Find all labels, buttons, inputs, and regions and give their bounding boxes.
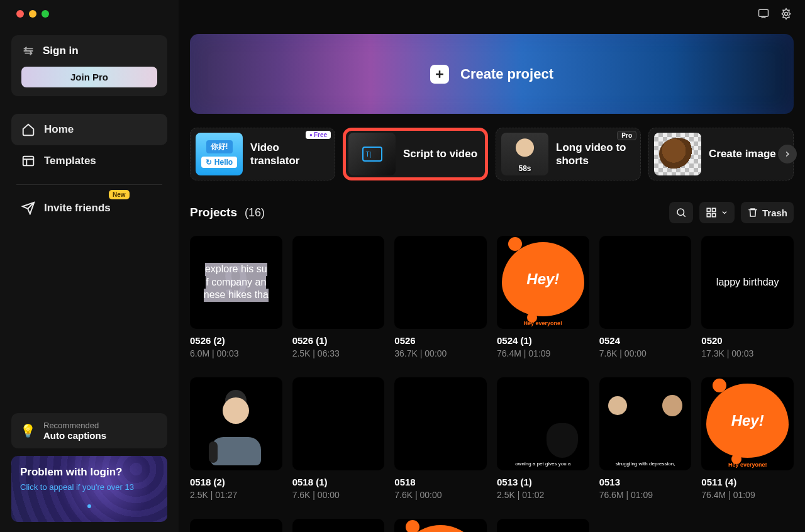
main-content: Create project 你好! Hello Video translato… xyxy=(179,0,805,532)
project-card[interactable]: 052636.7K | 00:00 xyxy=(394,236,487,358)
recommended-title: Auto captions xyxy=(43,430,106,441)
create-project-label: Create project xyxy=(460,66,553,82)
projects-title: Projects xyxy=(190,206,237,219)
project-meta: 2.5K | 06:33 xyxy=(292,348,385,358)
login-card-subtitle: Click to appeal if you're over 13 xyxy=(20,482,158,493)
svg-rect-0 xyxy=(23,157,34,166)
search-button[interactable] xyxy=(669,202,693,223)
sidebar-nav: Home Templates Invite friends New xyxy=(11,114,167,224)
new-badge: New xyxy=(109,190,130,199)
project-name: 0518 xyxy=(394,477,487,487)
close-window-icon[interactable] xyxy=(16,10,24,18)
project-card[interactable]: 0526 (1)2.5K | 06:33 xyxy=(292,236,385,358)
project-card[interactable] xyxy=(497,519,589,532)
project-card[interactable]: Hey!Hey everyone!0524 (1)76.4M | 01:09 xyxy=(497,236,589,358)
projects-tools: Trash xyxy=(669,202,794,223)
project-thumbnail: struggling with depression, xyxy=(599,377,692,470)
project-thumbnail xyxy=(292,236,385,329)
project-meta: 76.4M | 01:09 xyxy=(701,490,794,500)
project-card[interactable]: 9explore his suf company annese hikes th… xyxy=(190,236,282,358)
nav-home[interactable]: Home xyxy=(11,114,167,145)
project-card[interactable]: Hey!Hey everyone! xyxy=(394,519,487,532)
project-card[interactable] xyxy=(292,519,385,532)
project-card[interactable]: Hey!Hey everyone!0511 (4)76.4M | 01:09 xyxy=(701,377,794,500)
project-thumbnail xyxy=(190,519,282,532)
project-name: 0511 (4) xyxy=(701,477,794,487)
svg-rect-5 xyxy=(712,208,715,211)
nav-separator xyxy=(16,184,162,185)
join-pro-label: Join Pro xyxy=(70,72,108,82)
project-thumbnail xyxy=(599,236,692,329)
view-switch-button[interactable] xyxy=(699,202,735,223)
projects-header: Projects (16) Trash xyxy=(190,202,794,223)
svg-point-2 xyxy=(785,13,788,16)
create-project-hero[interactable]: Create project xyxy=(190,34,794,114)
feature-title: Long video to shorts xyxy=(556,141,633,168)
project-card[interactable]: struggling with depression,051376.6M | 0… xyxy=(599,377,692,500)
project-card[interactable]: 05187.6K | 00:00 xyxy=(394,377,487,500)
nav-templates-label: Templates xyxy=(44,155,96,167)
window-controls xyxy=(11,10,167,18)
project-thumbnail: Hey!Hey everyone! xyxy=(394,519,487,532)
join-pro-button[interactable]: Join Pro xyxy=(21,67,157,87)
project-meta: 76.6M | 01:09 xyxy=(599,490,692,500)
svg-rect-6 xyxy=(707,214,710,217)
login-problem-card[interactable]: Problem with login? Click to appeal if y… xyxy=(11,456,167,522)
nav-invite-label: Invite friends xyxy=(44,202,111,214)
feature-video-translator[interactable]: 你好! Hello Video translator Free xyxy=(190,128,335,180)
project-card[interactable]: 05247.6K | 00:00 xyxy=(599,236,692,358)
sidebar: Sign in Join Pro Home Templates Invite f… xyxy=(0,0,179,532)
project-thumbnail: 9explore his suf company annese hikes th… xyxy=(190,236,282,329)
minimize-window-icon[interactable] xyxy=(29,10,36,18)
feature-thumb xyxy=(654,133,701,175)
top-toolbar xyxy=(757,8,792,23)
thumb-text-en: Hello xyxy=(201,157,237,168)
sidebar-bottom: 💡 Recommended Auto captions Problem with… xyxy=(11,413,167,522)
feature-row: 你好! Hello Video translator Free T| Scrip… xyxy=(190,128,794,180)
settings-icon[interactable] xyxy=(780,8,792,23)
project-card[interactable]: owning a pet gives you a0513 (1)2.5K | 0… xyxy=(497,377,589,500)
nav-home-label: Home xyxy=(44,123,74,136)
project-thumbnail xyxy=(497,519,589,532)
features-next-button[interactable] xyxy=(778,145,797,163)
pro-badge: Pro xyxy=(617,131,636,140)
project-card[interactable]: 0518 (1)7.6K | 00:00 xyxy=(292,377,385,500)
sign-in-button[interactable]: Sign in xyxy=(21,44,157,58)
project-thumbnail xyxy=(190,377,282,470)
project-meta: 7.6K | 00:00 xyxy=(599,348,692,358)
project-name: 0520 xyxy=(701,335,794,346)
sign-in-label: Sign in xyxy=(43,45,79,57)
project-meta: 76.4M | 01:09 xyxy=(497,348,589,358)
project-meta: 36.7K | 00:00 xyxy=(394,348,487,358)
feature-title: Video translator xyxy=(250,141,327,168)
nav-templates[interactable]: Templates xyxy=(11,145,167,177)
recommended-card[interactable]: 💡 Recommended Auto captions xyxy=(11,413,167,448)
free-badge: Free xyxy=(306,131,331,139)
carousel-dots xyxy=(20,499,158,511)
nav-invite-friends[interactable]: Invite friends New xyxy=(11,192,167,224)
project-meta: 2.5K | 01:27 xyxy=(190,490,282,500)
project-name: 0513 xyxy=(599,477,692,487)
thumb-text-zh: 你好! xyxy=(206,140,233,153)
login-card-title: Problem with login? xyxy=(20,466,158,479)
feature-thumb xyxy=(501,133,548,175)
project-name: 0518 (1) xyxy=(292,477,385,487)
maximize-window-icon[interactable] xyxy=(42,10,49,18)
project-meta: 17.3K | 00:03 xyxy=(701,348,794,358)
project-card[interactable]: lappy birthday052017.3K | 00:03 xyxy=(701,236,794,358)
feature-thumb: 你好! Hello xyxy=(196,133,243,175)
project-name: 0526 (2) xyxy=(190,335,282,346)
home-icon xyxy=(21,123,35,136)
feedback-icon[interactable] xyxy=(757,8,770,23)
project-card[interactable]: 0518 (2)2.5K | 01:27 xyxy=(190,377,282,500)
project-meta: 7.6K | 00:00 xyxy=(292,490,385,500)
project-thumbnail xyxy=(292,377,385,470)
send-icon xyxy=(21,201,35,215)
project-card[interactable] xyxy=(190,519,282,532)
svg-rect-4 xyxy=(707,208,710,211)
feature-script-to-video[interactable]: T| Script to video xyxy=(343,128,488,180)
projects-grid: 9explore his suf company annese hikes th… xyxy=(190,236,794,532)
trash-button[interactable]: Trash xyxy=(741,202,794,223)
feature-create-image[interactable]: Create image xyxy=(648,128,794,180)
feature-long-video-to-shorts[interactable]: Long video to shorts Pro xyxy=(496,128,641,180)
